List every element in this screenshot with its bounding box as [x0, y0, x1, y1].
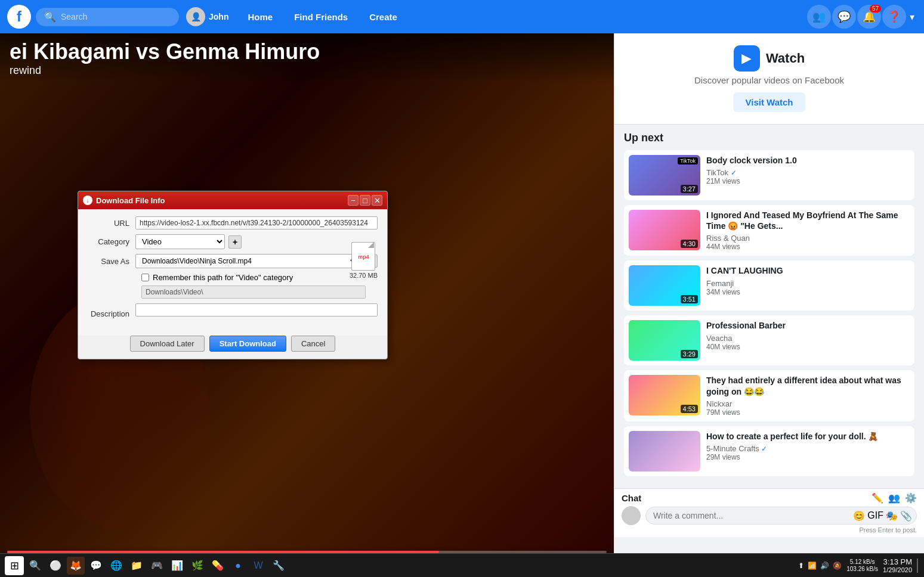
video-cards-list: TikTok 3:27 Body clock version 1.0 TikTo… — [624, 150, 914, 476]
path-display: Downloads\Video\ — [141, 286, 366, 299]
dropdown-icon[interactable]: ▾ — [907, 9, 917, 25]
taskbar-app2-icon[interactable]: 📊 — [168, 557, 186, 575]
tiktok-badge: TikTok — [678, 157, 698, 165]
edit-chat-icon[interactable]: ✏️ — [872, 492, 883, 504]
list-item[interactable]: 3:51 I CAN'T LAUGHING Femanji 34M views — [624, 260, 914, 311]
save-as-select[interactable]: Downloads\Video\Ninja Scroll.mp4 — [135, 254, 359, 268]
gif-icon[interactable]: GIF — [867, 510, 883, 521]
video-thumbnail: TikTok 3:27 — [629, 155, 700, 196]
user-name: John — [209, 12, 228, 21]
taskbar-chrome-icon[interactable]: ● — [229, 557, 247, 575]
notifications-icon-btn[interactable]: 🔔 57 — [857, 5, 881, 29]
video-card-title: They had entirely a different idea about… — [706, 375, 910, 396]
start-button[interactable]: ⊞ — [5, 556, 24, 575]
video-views: 44M views — [706, 243, 910, 251]
url-label: URL — [88, 219, 135, 228]
emoji-icon[interactable]: 😊 — [853, 510, 865, 521]
chat-settings-icon[interactable]: ⚙️ — [905, 492, 917, 504]
download-later-button[interactable]: Download Later — [130, 336, 205, 352]
clock-date: 1/29/2020 — [883, 566, 912, 573]
people-icon-btn[interactable]: 👥 — [807, 5, 831, 29]
taskbar-app3-icon[interactable]: 🌿 — [188, 557, 206, 575]
remember-checkbox[interactable] — [141, 274, 149, 281]
taskbar-app1-icon[interactable]: 🎮 — [148, 557, 166, 575]
file-type-label: mp4 — [358, 254, 369, 260]
add-category-btn[interactable]: + — [228, 235, 242, 249]
nav-create[interactable]: Create — [360, 7, 407, 27]
list-item[interactable]: 4:30 I Ignored And Teased My Boyfriend A… — [624, 205, 914, 256]
taskbar-firefox-icon[interactable]: 🦊 — [67, 557, 85, 575]
watch-description: Discover popular videos on Facebook — [694, 75, 844, 85]
taskbar-explorer-icon[interactable]: 📁 — [128, 557, 146, 575]
save-as-label: Save As — [88, 257, 135, 266]
video-title-overlay: ei Kibagami vs Genma Himuro rewind — [0, 33, 614, 83]
video-channel: Veacha — [706, 334, 910, 343]
search-bar[interactable]: 🔍 — [36, 8, 179, 26]
chat-header: Chat ✏️ 👥 ⚙️ — [622, 492, 917, 504]
facebook-topbar: f 🔍 👤 John Home Find Friends Create 👥 💬 … — [0, 0, 924, 33]
url-input[interactable]: https://video-los2-1.xx.fbcdn.net/v/t39.… — [135, 216, 378, 229]
dialog-restore-btn[interactable]: □ — [360, 195, 370, 206]
video-info: They had entirely a different idea about… — [706, 375, 910, 416]
sticker-icon[interactable]: 🎭 — [886, 510, 898, 521]
list-item[interactable]: TikTok 3:27 Body clock version 1.0 TikTo… — [624, 150, 914, 200]
video-info: Professional Barber Veacha 40M views — [706, 320, 910, 361]
net-speed-display: 5.12 kB/s 103.26 kB/s — [846, 559, 878, 573]
verified-icon: ✓ — [731, 169, 737, 177]
taskbar-search-icon[interactable]: 🔍 — [26, 557, 44, 575]
taskbar-word-icon[interactable]: W — [249, 557, 267, 575]
download-speed: 103.26 kB/s — [846, 566, 878, 573]
taskbar-app5-icon[interactable]: 🔧 — [270, 557, 288, 575]
list-item[interactable]: 3:29 Professional Barber Veacha 40M view… — [624, 315, 914, 365]
list-item[interactable]: How to create a perfect life for your do… — [624, 426, 914, 476]
cancel-button[interactable]: Cancel — [291, 336, 335, 352]
taskbar-skype-icon[interactable]: 💬 — [87, 557, 105, 575]
nav-find-friends[interactable]: Find Friends — [285, 7, 357, 27]
list-item[interactable]: 4:53 They had entirely a different idea … — [624, 370, 914, 421]
video-card-title: Professional Barber — [706, 320, 910, 331]
start-download-button[interactable]: Start Download — [209, 336, 286, 352]
attachment-icon[interactable]: 📎 — [900, 510, 912, 521]
visit-watch-button[interactable]: Visit Watch — [733, 92, 805, 112]
dialog-titlebar: ↓ Download File Info − □ ✕ — [78, 191, 387, 209]
taskbar-cortana-icon[interactable]: ⚪ — [47, 557, 64, 575]
taskbar-firefox2-icon[interactable]: 🌐 — [107, 557, 125, 575]
user-profile[interactable]: 👤 John — [186, 7, 228, 26]
video-duration: 4:30 — [681, 240, 698, 248]
taskbar-app4-icon[interactable]: 💊 — [209, 557, 227, 575]
search-input[interactable] — [61, 12, 171, 21]
file-icon-area: mp4 32.70 MB — [350, 242, 378, 279]
remember-row: Remember this path for "Video" category — [141, 273, 378, 282]
video-channel: Nickxar — [706, 399, 910, 408]
help-icon-btn[interactable]: ❓ — [882, 5, 906, 29]
description-label: Description — [88, 309, 135, 318]
file-size-label: 32.70 MB — [350, 272, 378, 279]
chat-input-wrap: 😊 GIF 🎭 📎 — [645, 507, 917, 525]
category-select[interactable]: Video — [135, 234, 225, 249]
nav-home[interactable]: Home — [238, 7, 282, 27]
video-duration: 3:51 — [681, 295, 698, 303]
up-next-title: Up next — [624, 132, 914, 144]
watch-widget: ▶ Watch Discover popular videos on Faceb… — [614, 33, 924, 125]
category-row: Category Video + — [88, 234, 378, 249]
chat-title: Chat — [622, 493, 641, 503]
video-info: I Ignored And Teased My Boyfriend At The… — [706, 210, 910, 251]
video-views: 29M views — [706, 453, 910, 461]
add-to-chat-icon[interactable]: 👥 — [888, 492, 900, 504]
description-input[interactable] — [135, 303, 378, 317]
watch-title: Watch — [766, 51, 805, 66]
video-card-title: I Ignored And Teased My Boyfriend At The… — [706, 210, 910, 231]
dialog-minimize-btn[interactable]: − — [348, 195, 359, 206]
url-row: URL https://video-los2-1.xx.fbcdn.net/v/… — [88, 216, 378, 229]
messenger-icon-btn[interactable]: 💬 — [832, 5, 856, 29]
search-icon: 🔍 — [44, 11, 56, 23]
taskbar: ⊞ 🔍 ⚪ 🦊 💬 🌐 📁 🎮 📊 🌿 💊 ● W 🔧 ⬆ 📶 🔊 🔕 5.12… — [0, 553, 924, 577]
show-desktop-btn[interactable] — [917, 559, 919, 573]
up-next-section: Up next TikTok 3:27 Body clock version 1… — [614, 125, 924, 488]
upload-speed: 5.12 kB/s — [846, 559, 878, 566]
dialog-close-btn[interactable]: ✕ — [372, 195, 382, 206]
watch-play-icon: ▶ — [734, 45, 760, 72]
chat-section: Chat ✏️ 👥 ⚙️ 😊 GIF 🎭 📎 — [614, 488, 924, 537]
notification-badge: 57 — [870, 5, 881, 13]
press-enter-hint: Press Enter to post. — [622, 526, 917, 533]
